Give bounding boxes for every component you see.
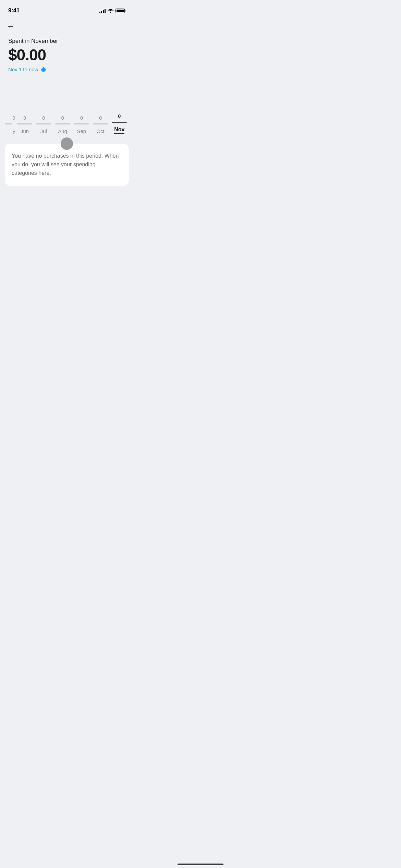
- month-col-may[interactable]: 0 y: [5, 115, 15, 134]
- back-button[interactable]: ←: [0, 16, 134, 34]
- month-label-jun: Jun: [21, 128, 29, 134]
- month-col-nov[interactable]: 0 Nov: [110, 113, 129, 134]
- month-bar-nov: [112, 122, 127, 123]
- month-label-nov: Nov: [114, 126, 124, 134]
- month-value-oct: 0: [99, 115, 102, 121]
- status-time: 9:41: [8, 7, 20, 14]
- month-col-aug[interactable]: 0 Aug: [53, 115, 72, 134]
- month-label-oct: Oct: [96, 128, 104, 134]
- empty-state-text: You have no purchases in this period. Wh…: [12, 152, 122, 177]
- month-bar-jun: [17, 123, 32, 125]
- month-value-nov: 0: [118, 113, 121, 119]
- month-col-jul[interactable]: 0 Jul: [34, 115, 53, 134]
- status-bar: 9:41: [0, 0, 134, 16]
- drag-handle[interactable]: [61, 137, 73, 150]
- month-bar-may: [5, 123, 15, 125]
- month-value-may: 0: [13, 115, 15, 121]
- spent-label: Spent in November: [8, 38, 125, 45]
- month-label-may: y: [13, 128, 15, 134]
- month-bar-jul: [36, 123, 51, 125]
- month-label-sep: Sep: [77, 128, 86, 134]
- empty-state-section: You have no purchases in this period. Wh…: [0, 144, 134, 185]
- month-list: 0 y 0 Jun 0 Jul 0 Aug: [0, 113, 134, 134]
- month-value-aug: 0: [61, 115, 64, 121]
- month-col-oct[interactable]: 0 Oct: [91, 115, 110, 134]
- back-arrow-icon: ←: [7, 22, 14, 31]
- battery-icon: [116, 9, 125, 13]
- status-icons: [99, 8, 125, 13]
- signal-icon: [99, 8, 106, 13]
- month-value-sep: 0: [80, 115, 83, 121]
- month-col-sep[interactable]: 0 Sep: [72, 115, 91, 134]
- wifi-icon: [108, 9, 113, 13]
- month-bar-sep: [74, 123, 89, 125]
- amount-display: $0.00: [8, 47, 125, 63]
- empty-state-card: You have no purchases in this period. Wh…: [5, 144, 129, 185]
- month-value-jul: 0: [42, 115, 45, 121]
- month-col-jun[interactable]: 0 Jun: [15, 115, 34, 134]
- month-label-aug: Aug: [58, 128, 67, 134]
- edit-icon: 🔷: [40, 67, 46, 72]
- date-range-button[interactable]: Nov 1 to now 🔷: [8, 67, 125, 72]
- month-label-jul: Jul: [40, 128, 47, 134]
- header-section: Spent in November $0.00 Nov 1 to now 🔷: [0, 34, 134, 72]
- month-bar-oct: [93, 123, 108, 125]
- spending-chart: 0 y 0 Jun 0 Jul 0 Aug: [0, 113, 134, 138]
- month-bar-aug: [55, 123, 70, 125]
- month-value-jun: 0: [23, 115, 26, 121]
- date-range-text: Nov 1 to now: [8, 67, 38, 72]
